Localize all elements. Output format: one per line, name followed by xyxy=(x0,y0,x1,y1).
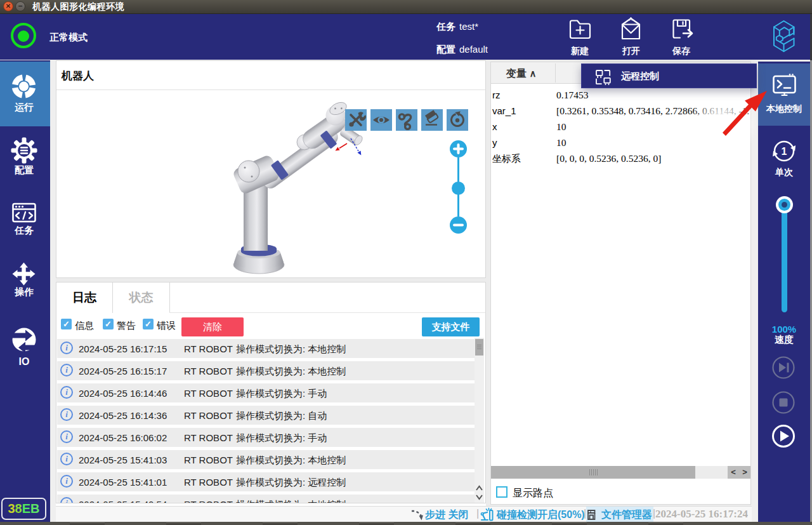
svg-text:1: 1 xyxy=(782,146,787,157)
